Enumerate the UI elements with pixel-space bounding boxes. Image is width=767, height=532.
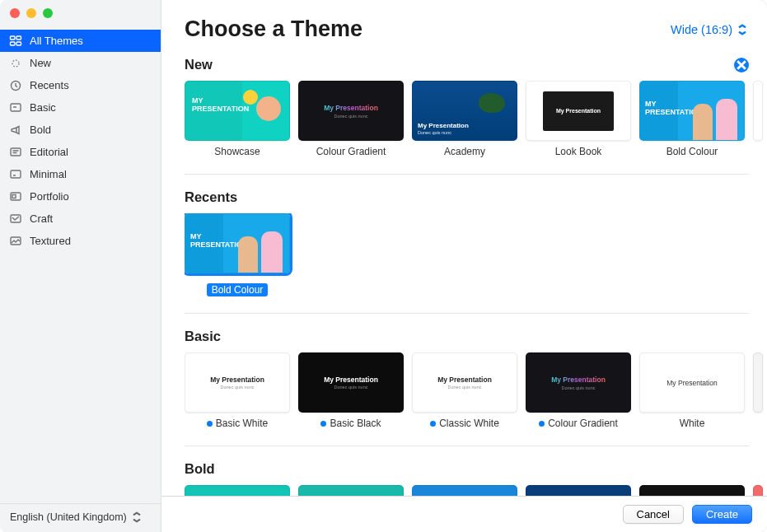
theme-thumbnail bbox=[753, 485, 763, 496]
theme-look-book[interactable]: My Presentation Look Book bbox=[526, 81, 631, 157]
theme-thumbnail: My Presentation bbox=[526, 81, 631, 141]
theme-overflow-peek[interactable] bbox=[753, 81, 763, 157]
theme-thumbnail: My PresentationDonec quis nunc bbox=[412, 352, 517, 413]
theme-thumbnail: MYPRESENTATION bbox=[639, 81, 745, 141]
theme-thumbnail: My PresentationDonec quis nunc bbox=[185, 352, 290, 413]
aspect-ratio-picker[interactable]: Wide (16:9) bbox=[671, 23, 749, 36]
theme-label: Showcase bbox=[185, 146, 290, 157]
section-title: Bold bbox=[185, 461, 215, 477]
theme-label: White bbox=[639, 418, 745, 429]
theme-thumbnail bbox=[639, 485, 745, 496]
window-close-button[interactable] bbox=[10, 8, 20, 18]
sidebar-item-textured[interactable]: Textured bbox=[0, 230, 161, 252]
theme-thumbnail: My PresentationDonec quis nunc bbox=[412, 81, 517, 141]
window-minimize-button[interactable] bbox=[26, 8, 36, 18]
window-zoom-button[interactable] bbox=[43, 8, 53, 18]
svg-rect-10 bbox=[12, 194, 16, 198]
theme-label: Bold Colour bbox=[639, 146, 745, 157]
clock-icon bbox=[8, 78, 23, 93]
theme-label: Colour Gradient bbox=[526, 418, 631, 429]
svg-rect-8 bbox=[11, 170, 21, 178]
theme-label: Colour Gradient bbox=[298, 146, 404, 157]
theme-academy[interactable]: My PresentationDonec quis nunc Academy bbox=[412, 81, 517, 157]
craft-icon bbox=[8, 212, 23, 226]
theme-bold-6[interactable] bbox=[753, 485, 763, 496]
theme-thumbnail: My Presentation bbox=[639, 352, 745, 413]
portfolio-icon bbox=[8, 189, 23, 204]
theme-overflow-peek[interactable] bbox=[753, 352, 763, 429]
sidebar-item-label: New bbox=[30, 55, 51, 71]
sidebar-item-label: Portfolio bbox=[30, 189, 69, 204]
sidebar-item-label: Minimal bbox=[30, 166, 67, 182]
theme-thumbnail: My PresentationDonec quis nunc bbox=[298, 81, 404, 141]
theme-label: Basic Black bbox=[298, 418, 404, 429]
theme-thumbnail bbox=[185, 485, 290, 496]
theme-basic-white[interactable]: My PresentationDonec quis nunc Basic Whi… bbox=[185, 352, 290, 429]
sidebar-item-new[interactable]: New bbox=[0, 52, 161, 74]
sidebar-item-label: Bold bbox=[30, 122, 51, 138]
sidebar: All Themes New Recents Basic Bold bbox=[0, 0, 161, 532]
theme-bold-2[interactable] bbox=[298, 485, 404, 496]
theme-bold-5[interactable] bbox=[639, 485, 745, 496]
aspect-label: Wide (16:9) bbox=[671, 23, 732, 36]
downloaded-indicator-icon bbox=[207, 421, 213, 427]
textured-icon bbox=[8, 234, 23, 249]
dismiss-new-button[interactable] bbox=[734, 58, 749, 72]
theme-thumbnail: MYPRESENTATION bbox=[185, 213, 290, 273]
theme-colour-gradient[interactable]: My PresentationDonec quis nunc Colour Gr… bbox=[298, 81, 404, 157]
sidebar-item-editorial[interactable]: Editorial bbox=[0, 141, 161, 163]
theme-label: Look Book bbox=[526, 146, 631, 157]
theme-bold-4[interactable] bbox=[526, 485, 631, 496]
updown-icon bbox=[736, 23, 749, 36]
sidebar-item-label: Craft bbox=[30, 211, 53, 226]
downloaded-indicator-icon bbox=[430, 421, 436, 427]
theme-basic-colour-gradient[interactable]: My PresentationDonec quis nunc Colour Gr… bbox=[526, 352, 631, 429]
content-scroll[interactable]: Choose a Theme Wide (16:9) New MYPRESENT… bbox=[161, 0, 767, 496]
theme-recent-bold-colour[interactable]: MYPRESENTATION Bold Colour bbox=[185, 213, 290, 296]
sidebar-item-label: All Themes bbox=[30, 33, 83, 49]
theme-thumbnail bbox=[298, 485, 404, 496]
svg-rect-1 bbox=[16, 36, 21, 40]
sidebar-item-bold[interactable]: Bold bbox=[0, 119, 161, 141]
theme-white[interactable]: My Presentation White bbox=[639, 352, 745, 429]
section-title: New bbox=[185, 57, 213, 72]
editorial-icon bbox=[8, 145, 23, 160]
sidebar-item-craft[interactable]: Craft bbox=[0, 208, 161, 230]
sidebar-item-all-themes[interactable]: All Themes bbox=[0, 30, 161, 52]
downloaded-indicator-icon bbox=[539, 421, 545, 427]
sparkle-icon bbox=[8, 56, 23, 71]
theme-bold-colour[interactable]: MYPRESENTATION Bold Colour bbox=[639, 81, 745, 157]
doc-icon bbox=[8, 100, 23, 115]
page-title: Choose a Theme bbox=[185, 16, 362, 42]
theme-label: Classic White bbox=[412, 418, 517, 429]
sidebar-item-basic[interactable]: Basic bbox=[0, 96, 161, 119]
section-title: Basic bbox=[185, 329, 221, 344]
theme-label: Basic White bbox=[185, 418, 290, 429]
language-label: English (United Kingdom) bbox=[10, 511, 127, 523]
svg-rect-0 bbox=[11, 36, 16, 40]
theme-basic-black[interactable]: My PresentationDonec quis nunc Basic Bla… bbox=[298, 352, 404, 429]
footer-toolbar: Cancel Create bbox=[161, 496, 767, 532]
theme-bold-1[interactable] bbox=[185, 485, 290, 496]
theme-showcase[interactable]: MYPRESENTATION Showcase bbox=[185, 81, 290, 157]
minimal-icon bbox=[8, 167, 23, 182]
svg-rect-2 bbox=[11, 42, 16, 45]
main: Choose a Theme Wide (16:9) New MYPRESENT… bbox=[161, 0, 767, 532]
sidebar-item-recents[interactable]: Recents bbox=[0, 74, 161, 96]
cancel-button[interactable]: Cancel bbox=[623, 505, 684, 524]
sidebar-item-label: Editorial bbox=[30, 144, 68, 160]
language-picker[interactable]: English (United Kingdom) bbox=[7, 509, 147, 525]
theme-thumbnail bbox=[412, 485, 517, 496]
megaphone-icon bbox=[8, 123, 23, 138]
sidebar-item-portfolio[interactable]: Portfolio bbox=[0, 185, 161, 208]
section-bold: Bold bbox=[185, 461, 767, 496]
theme-bold-3[interactable] bbox=[412, 485, 517, 496]
create-button[interactable]: Create bbox=[692, 505, 752, 524]
downloaded-indicator-icon bbox=[320, 421, 326, 427]
section-recents: Recents MYPRESENTATION Bold Colour bbox=[185, 189, 767, 314]
sidebar-item-label: Basic bbox=[30, 100, 56, 115]
sidebar-item-minimal[interactable]: Minimal bbox=[0, 163, 161, 185]
section-basic: Basic My PresentationDonec quis nunc Bas… bbox=[185, 329, 767, 446]
theme-classic-white[interactable]: My PresentationDonec quis nunc Classic W… bbox=[412, 352, 517, 429]
updown-icon bbox=[130, 511, 143, 524]
